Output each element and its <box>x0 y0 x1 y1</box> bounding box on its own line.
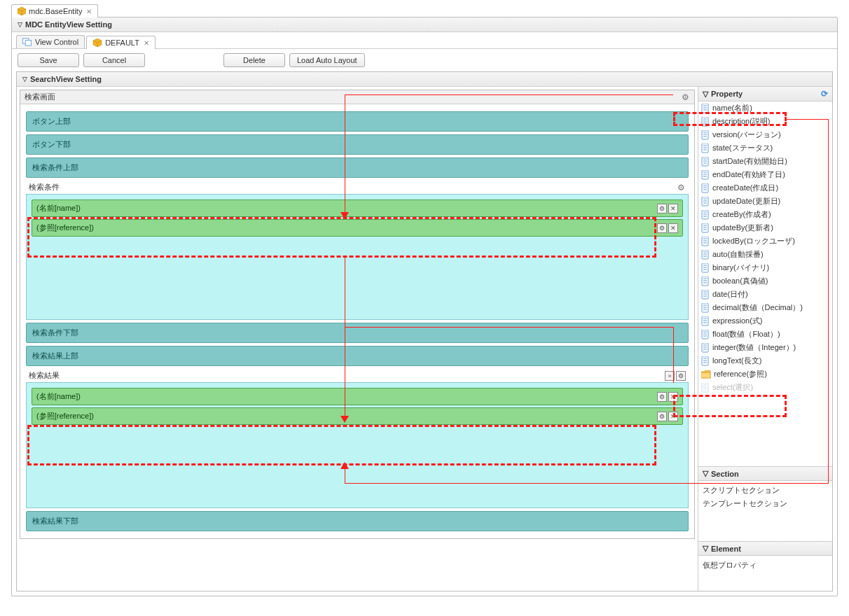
document-icon <box>701 170 710 180</box>
property-item[interactable]: version(バージョン) <box>698 128 832 141</box>
document-icon <box>701 263 710 273</box>
property-item[interactable]: createBy(作成者) <box>698 208 832 221</box>
property-item[interactable]: float(数値（Float）) <box>698 328 832 341</box>
search-condition-dropzone[interactable]: (名前[name]) ⚙ ✕ (参照[reference]) <box>26 194 689 320</box>
save-button[interactable]: Save <box>18 53 79 67</box>
document-icon <box>701 356 710 366</box>
delete-button[interactable]: Delete <box>223 53 285 67</box>
tab-view-control[interactable]: View Control <box>16 35 85 48</box>
property-label: decimal(数値（Decimal）) <box>712 302 803 313</box>
field-chip-reference[interactable]: (参照[reference]) ⚙ ✕ <box>32 407 683 425</box>
refresh-icon[interactable]: ⟳ <box>821 89 828 99</box>
property-item[interactable]: startDate(有効開始日) <box>698 155 832 168</box>
property-label: state(ステータス) <box>712 143 773 153</box>
property-item[interactable]: boolean(真偽値) <box>698 274 832 288</box>
cond-label: 検索条件 <box>29 182 60 192</box>
property-label: reference(参照) <box>714 369 767 379</box>
property-item[interactable]: integer(数値（Integer）) <box>698 341 832 354</box>
slot-button-top[interactable]: ボタン上部 <box>26 111 689 132</box>
property-item[interactable]: select(選択) <box>698 381 832 394</box>
cube-icon <box>92 38 102 47</box>
element-title: Element <box>711 545 741 553</box>
document-icon <box>701 290 710 300</box>
tab-default[interactable]: DEFAULT ✕ <box>86 36 156 49</box>
section-title: Section <box>711 470 739 478</box>
slot-button-bottom[interactable]: ボタン下部 <box>26 134 689 155</box>
property-item[interactable]: name(名前) <box>698 102 832 115</box>
document-icon <box>701 144 710 153</box>
windows-icon <box>22 38 32 46</box>
property-item[interactable]: decimal(数値（Decimal）) <box>698 301 832 314</box>
property-item[interactable]: longText(長文) <box>698 354 832 368</box>
property-label: version(バージョン) <box>712 130 781 140</box>
property-item[interactable]: createDate(作成日) <box>698 181 832 195</box>
property-item[interactable]: expression(式) <box>698 314 832 328</box>
field-chip-reference[interactable]: (参照[reference]) ⚙ ✕ <box>32 219 683 237</box>
search-result-dropzone[interactable]: (名前[name]) ⚙ ✕ (参照[reference]) <box>26 382 689 508</box>
chevron-down-icon: ▽ <box>703 469 708 478</box>
property-item[interactable]: description(説明) <box>698 115 832 128</box>
close-main-tab-icon[interactable]: ✕ <box>86 8 92 15</box>
gear-icon[interactable]: ⚙ <box>657 204 667 214</box>
slot-cond-bottom[interactable]: 検索条件下部 <box>26 323 689 343</box>
document-icon <box>701 130 710 140</box>
load-auto-layout-button[interactable]: Load Auto Layout <box>289 53 365 67</box>
property-list[interactable]: name(名前)description(説明)version(バージョン)sta… <box>698 102 832 466</box>
property-item-reference[interactable]: reference(参照) <box>698 368 832 381</box>
gear-icon[interactable]: ⚙ <box>677 183 686 192</box>
document-icon <box>701 210 710 220</box>
property-item[interactable]: auto(自動採番) <box>698 248 832 261</box>
chip-label: (参照[reference]) <box>36 411 94 421</box>
property-item[interactable]: state(ステータス) <box>698 141 832 155</box>
property-label: endDate(有効終了日) <box>712 169 785 180</box>
property-item[interactable]: lockedBy(ロックユーザ) <box>698 234 832 248</box>
property-title: Property <box>711 90 743 98</box>
section-item-template[interactable]: テンプレートセクション <box>703 497 828 510</box>
search-condition-block: 検索条件 ⚙ (名前[name]) ⚙ ✕ <box>26 181 689 320</box>
gear-icon[interactable]: ⚙ <box>657 412 667 421</box>
chevron-down-icon: ▽ <box>18 21 22 28</box>
property-label: startDate(有効開始日) <box>712 156 787 167</box>
slot-result-top[interactable]: 検索結果上部 <box>26 346 689 366</box>
slot-cond-top[interactable]: 検索条件上部 <box>26 158 689 178</box>
gear-icon[interactable]: ⚙ <box>682 93 690 102</box>
searchview-setting-header[interactable]: ▽ SearchView Setting <box>17 72 832 87</box>
close-tab-icon[interactable]: ✕ <box>144 39 149 47</box>
property-label: updateBy(更新者) <box>712 223 773 233</box>
document-icon <box>701 343 710 353</box>
remove-icon[interactable]: ✕ <box>668 412 678 421</box>
property-item[interactable]: updateBy(更新者) <box>698 221 832 234</box>
property-item[interactable]: updateDate(更新日) <box>698 195 832 208</box>
property-item[interactable]: date(日付) <box>698 288 832 301</box>
property-label: integer(数値（Integer）) <box>712 342 796 353</box>
gear-icon[interactable]: ⚙ <box>657 223 667 233</box>
field-chip-name[interactable]: (名前[name]) ⚙ ✕ <box>32 388 683 405</box>
sub-tab-bar: View Control DEFAULT ✕ <box>12 32 837 49</box>
chevron-down-icon: ▽ <box>703 90 708 99</box>
element-item-virtual-property[interactable]: 仮想プロパティ <box>703 559 828 572</box>
property-item[interactable]: endDate(有効終了日) <box>698 168 832 181</box>
entityview-setting-header[interactable]: ▽ MDC EntityView Setting <box>12 18 837 32</box>
panel-title: MDC EntityView Setting <box>25 20 112 29</box>
property-section-header[interactable]: ▽ Property ⟳ <box>698 87 832 102</box>
document-icon <box>701 104 710 113</box>
document-icon <box>701 330 710 340</box>
chevron-down-icon: ▽ <box>22 76 27 83</box>
section-section-header[interactable]: ▽ Section <box>698 467 832 481</box>
gear-icon[interactable]: ⚙ <box>657 392 667 402</box>
gear-icon[interactable]: ⚙ <box>676 371 686 381</box>
remove-icon[interactable]: ✕ <box>668 223 678 233</box>
element-section-header[interactable]: ▽ Element <box>698 542 832 556</box>
field-chip-name[interactable]: (名前[name]) ⚙ ✕ <box>32 200 683 217</box>
expand-icon[interactable]: » <box>665 371 675 381</box>
property-label: lockedBy(ロックユーザ) <box>712 236 795 246</box>
remove-icon[interactable]: ✕ <box>668 204 678 214</box>
document-icon <box>701 237 710 246</box>
slot-result-bottom[interactable]: 検索結果下部 <box>26 511 689 531</box>
section-item-script[interactable]: スクリプトセクション <box>703 484 828 497</box>
property-item[interactable]: binary(バイナリ) <box>698 261 832 274</box>
main-tab-entity[interactable]: mdc.BaseEntity ✕ <box>11 4 98 18</box>
cancel-button[interactable]: Cancel <box>83 53 145 67</box>
remove-icon[interactable]: ✕ <box>668 392 678 402</box>
property-label: select(選択) <box>712 382 753 393</box>
